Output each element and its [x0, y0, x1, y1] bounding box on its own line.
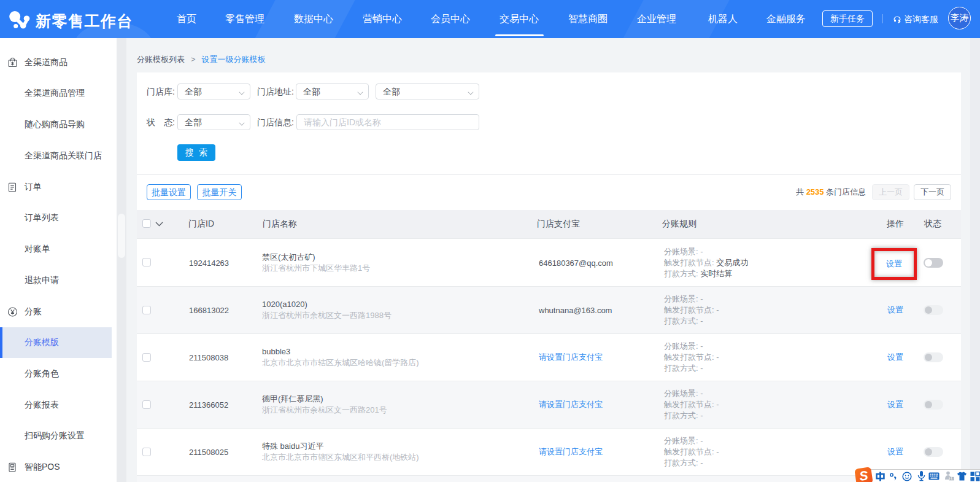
svg-text:13: 13 — [949, 476, 954, 481]
